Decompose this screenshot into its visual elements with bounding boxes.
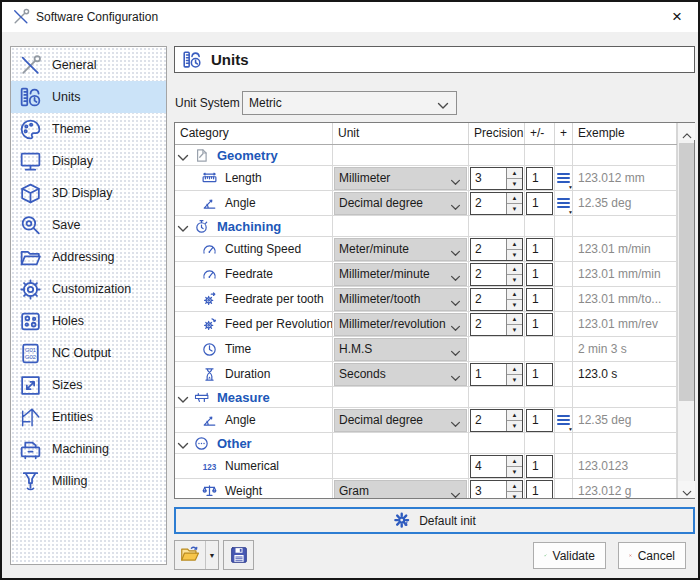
tolerance-input[interactable]: 1 [526, 409, 553, 432]
unit-select[interactable]: H.M.S [334, 338, 467, 361]
collapse-chevron-icon[interactable] [177, 222, 189, 230]
sidebar-item-customization[interactable]: Customization [11, 273, 166, 305]
sidebar-item-nc-output[interactable]: G01G02NC Output [11, 337, 166, 369]
spin-down-button[interactable]: ▼ [507, 324, 522, 335]
collapse-chevron-icon[interactable] [177, 151, 189, 159]
column-header-category[interactable]: Category [175, 123, 333, 144]
category-cell[interactable]: Geometry [175, 145, 333, 165]
collapse-chevron-icon[interactable] [177, 439, 189, 447]
tolerance-input[interactable]: 1 [526, 363, 553, 386]
tolerance-input[interactable]: 1 [526, 238, 553, 261]
spin-up-button[interactable]: ▲ [507, 239, 522, 249]
spin-down-button[interactable]: ▼ [507, 274, 522, 285]
sidebar-item-holes[interactable]: Holes [11, 305, 166, 337]
category-cell[interactable]: Measure [175, 387, 333, 407]
spin-down-button[interactable]: ▼ [507, 203, 522, 214]
precision-value[interactable]: 2 [471, 289, 506, 310]
format-menu-button[interactable]: ▼ [557, 413, 570, 427]
unit-select[interactable]: Millimeter/revolution [334, 313, 467, 336]
scroll-down-button[interactable] [678, 481, 695, 498]
tolerance-input[interactable]: 1 [526, 288, 553, 311]
column-header-[interactable]: + [555, 123, 573, 144]
spin-up-button[interactable]: ▲ [507, 314, 522, 324]
precision-value[interactable]: 2 [471, 193, 506, 214]
unit-select[interactable]: Meter/minute [334, 238, 467, 261]
sidebar-item-theme[interactable]: Theme [11, 113, 166, 145]
save-button[interactable] [223, 540, 254, 570]
precision-value[interactable]: 2 [471, 239, 506, 260]
tolerance-input[interactable]: 1 [526, 455, 553, 478]
precision-value[interactable]: 2 [471, 314, 506, 335]
spin-up-button[interactable]: ▲ [507, 364, 522, 374]
spin-down-button[interactable]: ▼ [507, 299, 522, 310]
spin-up-button[interactable]: ▲ [507, 168, 522, 178]
spin-up-button[interactable]: ▲ [507, 410, 522, 420]
precision-spinner[interactable]: 2▲▼ [470, 192, 523, 215]
collapse-chevron-icon[interactable] [177, 393, 189, 401]
spin-up-button[interactable]: ▲ [507, 456, 522, 466]
unit-select[interactable]: Decimal degree [334, 192, 467, 215]
tolerance-input[interactable]: 1 [526, 313, 553, 336]
default-init-button[interactable]: Default init [174, 507, 695, 534]
precision-value[interactable]: 1 [471, 364, 506, 385]
precision-spinner[interactable]: 2▲▼ [470, 238, 523, 261]
category-cell[interactable]: Machining [175, 216, 333, 236]
spin-up-button[interactable]: ▲ [507, 264, 522, 274]
tolerance-input[interactable]: 1 [526, 167, 553, 190]
format-menu-button[interactable]: ▼ [557, 196, 570, 210]
scrollbar-thumb[interactable] [679, 143, 694, 401]
sidebar-item-milling[interactable]: Milling [11, 465, 166, 497]
sidebar-item-sizes[interactable]: Sizes [11, 369, 166, 401]
precision-spinner[interactable]: 1▲▼ [470, 363, 523, 386]
spin-down-button[interactable]: ▼ [507, 178, 522, 189]
unit-select[interactable]: Millimeter/minute [334, 263, 467, 286]
precision-value[interactable]: 3 [471, 168, 506, 189]
precision-value[interactable]: 2 [471, 410, 506, 431]
unit-select[interactable]: Millimeter [334, 167, 467, 190]
column-header-exemple[interactable]: Exemple [573, 123, 677, 144]
sidebar-item-units[interactable]: Units [11, 81, 166, 113]
precision-spinner[interactable]: 3▲▼ [470, 480, 523, 499]
precision-spinner[interactable]: 2▲▼ [470, 313, 523, 336]
cancel-button[interactable]: Cancel [618, 542, 686, 569]
column-header-unit[interactable]: Unit [333, 123, 469, 144]
precision-value[interactable]: 4 [471, 456, 506, 477]
spin-up-button[interactable]: ▲ [507, 289, 522, 299]
precision-spinner[interactable]: 3▲▼ [470, 167, 523, 190]
sidebar-item-display[interactable]: Display [11, 145, 166, 177]
spin-down-button[interactable]: ▼ [507, 491, 522, 499]
validate-button[interactable]: Validate [533, 542, 606, 569]
tolerance-input[interactable]: 1 [526, 192, 553, 215]
precision-spinner[interactable]: 2▲▼ [470, 263, 523, 286]
precision-spinner[interactable]: 4▲▼ [470, 455, 523, 478]
spin-down-button[interactable]: ▼ [507, 374, 522, 385]
precision-spinner[interactable]: 2▲▼ [470, 409, 523, 432]
sidebar-item-general[interactable]: General [11, 49, 166, 81]
close-icon[interactable]: × [668, 2, 686, 32]
unit-system-select[interactable]: Metric [242, 91, 457, 115]
precision-value[interactable]: 2 [471, 264, 506, 285]
scroll-up-button[interactable] [678, 123, 695, 140]
spin-up-button[interactable]: ▲ [507, 193, 522, 203]
sidebar-item-3d-display[interactable]: 3D Display [11, 177, 166, 209]
spin-down-button[interactable]: ▼ [507, 466, 522, 477]
sidebar-item-machining[interactable]: Machining [11, 433, 166, 465]
vertical-scrollbar[interactable] [677, 123, 694, 498]
precision-value[interactable]: 3 [471, 481, 506, 499]
open-split-button[interactable]: ▼ [174, 540, 219, 570]
column-header-precision[interactable]: Precision [469, 123, 525, 144]
spin-down-button[interactable]: ▼ [507, 249, 522, 260]
spin-up-button[interactable]: ▲ [507, 481, 522, 491]
category-cell[interactable]: Other [175, 433, 333, 453]
sidebar-item-save[interactable]: Save [11, 209, 166, 241]
open-dropdown-arrow[interactable]: ▼ [205, 541, 218, 569]
precision-spinner[interactable]: 2▲▼ [470, 288, 523, 311]
unit-select[interactable]: Decimal degree [334, 409, 467, 432]
tolerance-input[interactable]: 1 [526, 480, 553, 499]
tolerance-input[interactable]: 1 [526, 263, 553, 286]
unit-select[interactable]: Gram [334, 480, 467, 499]
format-menu-button[interactable]: ▼ [557, 171, 570, 185]
sidebar-item-entities[interactable]: Entities [11, 401, 166, 433]
open-button[interactable] [175, 541, 205, 569]
sidebar-item-addressing[interactable]: Addressing [11, 241, 166, 273]
